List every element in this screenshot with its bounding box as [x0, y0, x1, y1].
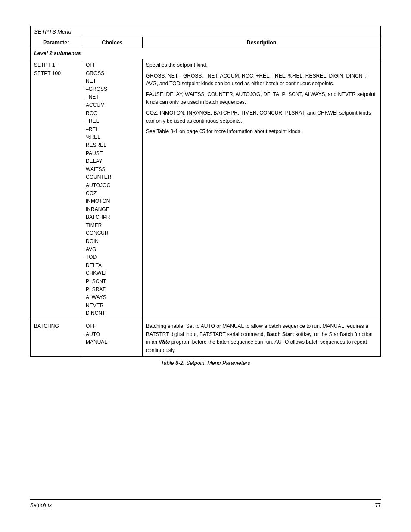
footer-page: 77	[375, 502, 381, 508]
choices-setpt: OFFGROSSNET–GROSS–NETACCUMROC+REL–REL%RE…	[82, 59, 143, 320]
header-col3: Description	[143, 37, 381, 48]
param-batchng: BATCHNG	[31, 320, 82, 357]
page: SETPTS Menu Parameter Choices Descriptio…	[0, 0, 411, 532]
table-caption: Table 8-2. Setpoint Menu Parameters	[30, 360, 381, 366]
header-row: Parameter Choices Description	[31, 37, 381, 48]
param-setpt: SETPT 1–SETPT 100	[31, 59, 82, 320]
header-col2: Choices	[82, 37, 143, 48]
table-title-cell: SETPTS Menu	[31, 26, 381, 37]
title-row: SETPTS Menu	[31, 26, 381, 37]
footer-section: Setpoints	[30, 502, 375, 508]
table-row-setpt: SETPT 1–SETPT 100 OFFGROSSNET–GROSS–NETA…	[31, 59, 381, 320]
table-row-batchng: BATCHNG OFFAUTOMANUAL Batching enable. S…	[31, 320, 381, 357]
choices-batchng: OFFAUTOMANUAL	[82, 320, 143, 357]
subheader-cell: Level 2 submenus	[31, 48, 381, 59]
header-col1: Parameter	[31, 37, 82, 48]
subheader-row: Level 2 submenus	[31, 48, 381, 59]
footer: Setpoints 77	[30, 499, 381, 508]
desc-setpt: Specifies the setpoint kind. GROSS, NET,…	[143, 59, 381, 320]
main-table: SETPTS Menu Parameter Choices Descriptio…	[30, 26, 381, 357]
desc-batchng: Batching enable. Set to AUTO or MANUAL t…	[143, 320, 381, 357]
